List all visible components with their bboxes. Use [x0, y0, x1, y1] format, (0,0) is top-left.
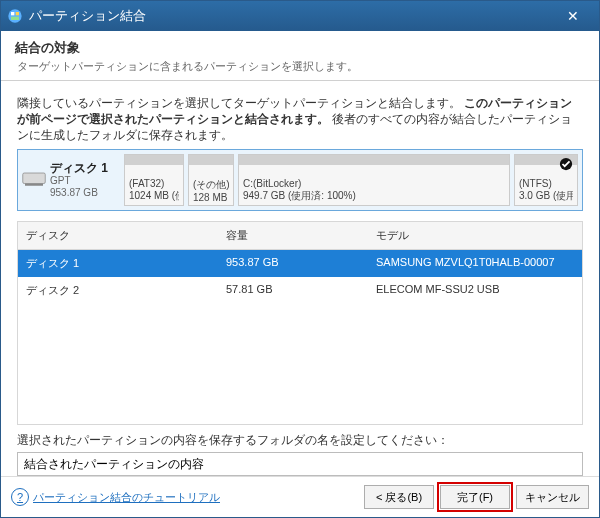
svg-rect-4 — [23, 173, 46, 184]
cancel-button[interactable]: キャンセル — [516, 485, 589, 509]
td-capacity: 57.81 GB — [218, 277, 368, 304]
window-title: パーティション結合 — [29, 7, 146, 25]
disk-table: ディスク 容量 モデル ディスク 1 953.87 GB SAMSUNG MZV… — [17, 221, 583, 425]
instruction-text: 隣接しているパーティションを選択してターゲットパーティションと結合します。 この… — [17, 95, 583, 143]
partition-size: 949.7 GB (使用済: 100%) — [243, 189, 505, 203]
disk-label: ディスク 1 GPT 953.87 GB — [22, 154, 120, 206]
svg-rect-5 — [25, 183, 43, 185]
header-block: 結合の対象 ターゲットパーティションに含まれるパーティションを選択します。 — [1, 31, 599, 81]
th-disk[interactable]: ディスク — [18, 222, 218, 249]
page-heading: 結合の対象 — [15, 39, 585, 57]
folder-name-input[interactable] — [17, 452, 583, 476]
folder-section: 選択されたパーティションの内容を保存するフォルダの名を設定してください： — [17, 433, 583, 476]
help-link[interactable]: ? パーティション結合のチュートリアル — [11, 488, 220, 506]
partition-block[interactable]: (NTFS) 3.0 GB (使用 — [514, 154, 578, 206]
partition-size: 1024 MB (使 — [129, 189, 179, 203]
disk-size: 953.87 GB — [50, 187, 108, 199]
partition-size: 128 MB — [193, 192, 229, 203]
partition-size: 3.0 GB (使用 — [519, 189, 573, 203]
help-link-text: パーティション結合のチュートリアル — [33, 490, 220, 505]
table-row[interactable]: ディスク 2 57.81 GB ELECOM MF-SSU2 USB — [18, 277, 582, 304]
partition-block[interactable]: C:(BitLocker) 949.7 GB (使用済: 100%) — [238, 154, 510, 206]
back-button[interactable]: < 戻る(B) — [364, 485, 434, 509]
table-header: ディスク 容量 モデル — [18, 222, 582, 250]
partition-fs: (FAT32) — [129, 178, 179, 189]
hard-disk-icon — [22, 170, 46, 191]
footer: ? パーティション結合のチュートリアル < 戻る(B) 完了(F) キャンセル — [1, 476, 599, 517]
table-row[interactable]: ディスク 1 953.87 GB SAMSUNG MZVLQ1T0HALB-00… — [18, 250, 582, 277]
td-model: SAMSUNG MZVLQ1T0HALB-00007 — [368, 250, 582, 277]
table-body: ディスク 1 953.87 GB SAMSUNG MZVLQ1T0HALB-00… — [18, 250, 582, 424]
disk-graphic: ディスク 1 GPT 953.87 GB (FAT32) 1024 MB (使 … — [17, 149, 583, 211]
td-disk: ディスク 2 — [18, 277, 218, 304]
disk-type: GPT — [50, 175, 108, 187]
svg-rect-3 — [11, 17, 19, 20]
close-button[interactable]: ✕ — [553, 1, 593, 31]
page-subtitle: ターゲットパーティションに含まれるパーティションを選択します。 — [17, 59, 585, 74]
help-icon: ? — [11, 488, 29, 506]
dialog-window: パーティション結合 ✕ 結合の対象 ターゲットパーティションに含まれるパーティシ… — [0, 0, 600, 518]
titlebar: パーティション結合 ✕ — [1, 1, 599, 31]
partition-fs: (その他) — [193, 178, 229, 192]
app-icon — [7, 8, 23, 24]
disk-name: ディスク 1 — [50, 161, 108, 175]
folder-label: 選択されたパーティションの内容を保存するフォルダの名を設定してください： — [17, 433, 583, 448]
partition-fs: C:(BitLocker) — [243, 178, 505, 189]
td-model: ELECOM MF-SSU2 USB — [368, 277, 582, 304]
th-capacity[interactable]: 容量 — [218, 222, 368, 249]
partition-fs: (NTFS) — [519, 178, 573, 189]
partition-block[interactable]: (その他) 128 MB — [188, 154, 234, 206]
finish-button[interactable]: 完了(F) — [440, 485, 510, 509]
partition-block[interactable]: (FAT32) 1024 MB (使 — [124, 154, 184, 206]
svg-rect-1 — [11, 12, 14, 15]
instruction-pre: 隣接しているパーティションを選択してターゲットパーティションと結合します。 — [17, 97, 461, 109]
td-capacity: 953.87 GB — [218, 250, 368, 277]
th-model[interactable]: モデル — [368, 222, 582, 249]
dialog-body: 結合の対象 ターゲットパーティションに含まれるパーティションを選択します。 隣接… — [1, 31, 599, 517]
svg-point-0 — [8, 9, 21, 22]
svg-rect-2 — [16, 12, 19, 15]
checkmark-icon — [559, 157, 573, 171]
td-disk: ディスク 1 — [18, 250, 218, 277]
content-area: 隣接しているパーティションを選択してターゲットパーティションと結合します。 この… — [1, 81, 599, 476]
